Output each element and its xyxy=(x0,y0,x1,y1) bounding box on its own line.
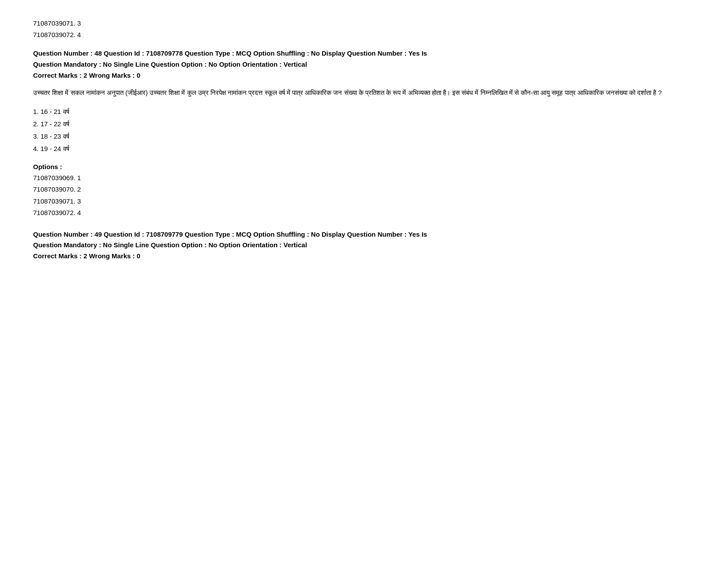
question-48-answer-1: 71087039069. 1 xyxy=(33,172,695,184)
question-48-text: उच्चतर शिक्षा में सकल नामांकन अनुपात (जी… xyxy=(33,87,695,98)
question-48-answer-options: 71087039069. 1 71087039070. 2 7108703907… xyxy=(33,172,695,219)
question-49-meta-line2: Question Mandatory : No Single Line Ques… xyxy=(33,240,695,251)
question-48-option-4: 4. 19 - 24 वर्ष xyxy=(33,143,695,155)
question-48-meta-line1: Question Number : 48 Question Id : 71087… xyxy=(33,48,695,59)
top-option-3: 71087039071. 3 xyxy=(33,18,695,29)
question-48-block: Question Number : 48 Question Id : 71087… xyxy=(33,48,695,219)
question-48-options-label: Options : xyxy=(33,163,695,170)
question-48-meta-line3: Correct Marks : 2 Wrong Marks : 0 xyxy=(33,70,695,81)
question-48-meta: Question Number : 48 Question Id : 71087… xyxy=(33,48,695,81)
question-49-meta-line1: Question Number : 49 Question Id : 71087… xyxy=(33,229,695,240)
question-48-answer-3: 71087039071. 3 xyxy=(33,196,695,207)
question-48-meta-line2: Question Mandatory : No Single Line Ques… xyxy=(33,59,695,70)
question-48-option-2: 2. 17 - 22 वर्ष xyxy=(33,118,695,130)
question-49-meta-line3: Correct Marks : 2 Wrong Marks : 0 xyxy=(33,251,695,262)
question-48-option-3: 3. 18 - 23 वर्ष xyxy=(33,131,695,142)
question-48-options: 1. 16 - 21 वर्ष 2. 17 - 22 वर्ष 3. 18 - … xyxy=(33,106,695,155)
question-48-option-1: 1. 16 - 21 वर्ष xyxy=(33,106,695,117)
question-48-answer-2: 71087039070. 2 xyxy=(33,184,695,195)
question-49-block: Question Number : 49 Question Id : 71087… xyxy=(33,229,695,262)
question-49-meta: Question Number : 49 Question Id : 71087… xyxy=(33,229,695,262)
top-options-section: 71087039071. 3 71087039072. 4 xyxy=(33,18,695,40)
top-option-4: 71087039072. 4 xyxy=(33,29,695,41)
question-48-answer-4: 71087039072. 4 xyxy=(33,207,695,219)
